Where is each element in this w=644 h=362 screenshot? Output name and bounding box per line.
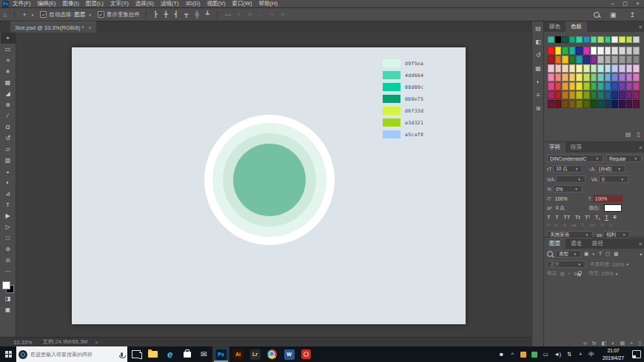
link-layers-icon[interactable]: ∞: [583, 341, 587, 346]
path-selection-tool[interactable]: ▶: [1, 210, 16, 221]
swatch-2-2[interactable]: [562, 64, 568, 73]
layer-filter-icon-3[interactable]: ▢: [606, 251, 610, 257]
tracking-field[interactable]: 0▾: [599, 175, 628, 183]
align-icon-5[interactable]: ┻: [206, 11, 209, 18]
red-app[interactable]: [298, 346, 315, 362]
swatch-5-12[interactable]: [633, 91, 640, 99]
tab-character[interactable]: 字符: [544, 142, 566, 152]
marquee-tool[interactable]: ▭: [1, 44, 16, 55]
font-size-field[interactable]: 10 点▾: [553, 165, 583, 172]
collapsed-styles-panel-icon[interactable]: ≡: [532, 88, 544, 101]
share-icon[interactable]: ↥: [629, 11, 635, 19]
font-style-select[interactable]: Regular▾: [606, 155, 642, 162]
start-button[interactable]: [0, 346, 16, 362]
type-style-button-2[interactable]: TT: [563, 214, 570, 221]
swatch-5-11[interactable]: [626, 91, 633, 99]
swatch-2-4[interactable]: [576, 64, 583, 73]
hand-tool[interactable]: ⊛: [1, 244, 16, 255]
lock-icon-1[interactable]: +: [568, 271, 571, 277]
swatch-3-7[interactable]: [597, 73, 604, 81]
swatch-1-6[interactable]: [591, 56, 597, 64]
menu-图层(L)[interactable]: 图层(L): [86, 0, 104, 7]
auto-select-value[interactable]: 图层: [74, 11, 85, 19]
swatch-6-11[interactable]: [626, 100, 633, 108]
swatch-4-10[interactable]: [619, 82, 625, 90]
auto-select-checkbox[interactable]: ✓: [40, 11, 47, 18]
swatch-0-9[interactable]: [611, 47, 618, 55]
swatch-4-7[interactable]: [597, 82, 604, 90]
swatch-4-0[interactable]: [548, 82, 554, 90]
swatch-6-12[interactable]: [633, 100, 640, 108]
proportional-spacing-field[interactable]: 0%▾: [553, 185, 583, 192]
crop-tool[interactable]: ▦: [1, 77, 16, 88]
swatch-1-7[interactable]: [597, 56, 604, 64]
collapsed-properties-panel-icon[interactable]: ▤: [532, 21, 544, 35]
shape-tool[interactable]: □: [1, 232, 16, 244]
history-brush-tool[interactable]: ↺: [1, 133, 16, 144]
layer-filter-icon-2[interactable]: T: [599, 251, 602, 257]
swatch-1-3[interactable]: [569, 56, 576, 64]
panel-menu-icon[interactable]: ≡: [639, 145, 642, 150]
recent-swatch-6[interactable]: [591, 36, 597, 43]
illustrator[interactable]: Ai: [229, 346, 246, 362]
search-icon[interactable]: [594, 12, 600, 18]
type-style-button-3[interactable]: Tt: [575, 214, 580, 221]
people-icon[interactable]: ☻: [498, 351, 504, 358]
swatch-1-8[interactable]: [605, 56, 611, 64]
align-icon-1[interactable]: ╋: [164, 11, 168, 18]
swatch-0-1[interactable]: [555, 47, 562, 55]
swatch-5-8[interactable]: [605, 91, 611, 99]
fill-value[interactable]: 100%: [601, 271, 614, 276]
layer-filter-icon-1[interactable]: ◐: [592, 251, 595, 257]
brush-tool[interactable]: ∕: [1, 110, 16, 121]
collapsed-adjustments-panel-icon[interactable]: ◧: [532, 35, 544, 48]
swatch-5-0[interactable]: [548, 91, 554, 99]
layer-filter-icon-0[interactable]: ▣: [584, 251, 588, 257]
tray-app-orange[interactable]: [520, 352, 526, 358]
swatch-3-5[interactable]: [583, 73, 590, 81]
swatch-2-1[interactable]: [555, 64, 562, 73]
swatch-2-11[interactable]: [626, 64, 633, 73]
swatch-6-7[interactable]: [597, 100, 604, 108]
swatch-5-3[interactable]: [569, 91, 576, 99]
swatch-2-7[interactable]: [597, 64, 604, 73]
text-color-swatch[interactable]: [604, 204, 622, 212]
align-icon-4[interactable]: ╬: [195, 11, 199, 18]
pen-settings-icon[interactable]: +: [577, 351, 583, 358]
collapsed-history-panel-icon[interactable]: ↺: [532, 48, 544, 61]
swatch-5-5[interactable]: [583, 91, 590, 99]
swatch-3-12[interactable]: [633, 73, 640, 81]
new-layer-icon[interactable]: +: [630, 341, 633, 346]
swatch-1-5[interactable]: [583, 56, 590, 64]
swatch-0-3[interactable]: [569, 47, 576, 55]
font-family-select[interactable]: DINCondensedC▾: [547, 155, 603, 162]
healing-brush-tool[interactable]: ⊕: [1, 99, 16, 110]
menu-3D(D)[interactable]: 3D(D): [185, 0, 200, 7]
menu-文字(Y)[interactable]: 文字(Y): [110, 0, 129, 7]
swatch-1-4[interactable]: [576, 56, 583, 64]
swatch-3-2[interactable]: [562, 73, 568, 81]
swatch-2-5[interactable]: [583, 64, 590, 73]
tab-swatches[interactable]: 色板: [566, 21, 587, 32]
swatch-1-10[interactable]: [619, 56, 625, 64]
lock-all-icon[interactable]: [577, 273, 581, 276]
swatch-6-1[interactable]: [555, 100, 562, 108]
recent-swatch-9[interactable]: [611, 36, 618, 43]
restore-button[interactable]: ▢: [619, 1, 631, 7]
swatch-2-0[interactable]: [548, 64, 554, 73]
recent-swatch-11[interactable]: [626, 36, 633, 43]
taskbar-clock[interactable]: 21:07 2019/4/27: [600, 347, 627, 361]
swatch-2-8[interactable]: [605, 64, 611, 73]
status-chevron-icon[interactable]: >: [95, 339, 98, 346]
adjustment-layer-icon[interactable]: ◐: [611, 341, 614, 346]
swatch-0-11[interactable]: [626, 47, 633, 55]
eyedropper-tool[interactable]: ◢: [1, 88, 16, 99]
swatch-0-0[interactable]: [548, 47, 554, 55]
gradient-tool[interactable]: ▥: [1, 155, 16, 166]
quick-mask-button[interactable]: ◨: [1, 293, 16, 304]
more-options-icon[interactable]: ⋯: [225, 11, 232, 19]
tab-color[interactable]: 颜色: [544, 21, 566, 32]
swatch-4-3[interactable]: [569, 82, 576, 90]
menu-文件(F)[interactable]: 文件(F): [13, 0, 31, 7]
close-button[interactable]: ×: [631, 1, 644, 7]
